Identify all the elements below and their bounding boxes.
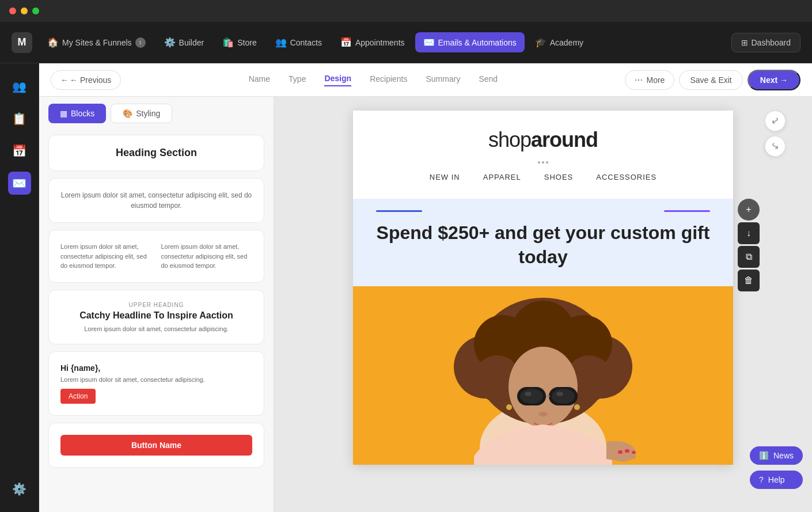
sidebar-calendar-icon[interactable]: 📅 (8, 139, 31, 162)
blocks-list: Heading Section Lorem ipsum dolor sit am… (39, 130, 274, 472)
tab-styling[interactable]: 🎨 Styling (111, 104, 172, 123)
svg-rect-25 (625, 449, 629, 453)
svg-point-17 (556, 392, 563, 396)
promo-section: Spend $250+ and get your custom gift tod… (353, 199, 733, 286)
promo-lines (376, 210, 710, 212)
nav-item-academy[interactable]: 🎓 Academy (527, 32, 591, 52)
promo-line-left (376, 210, 422, 212)
titlebar (0, 0, 812, 22)
float-add-btn[interactable]: + (738, 199, 760, 221)
block-button[interactable]: Button Name (48, 423, 264, 468)
step-design[interactable]: Design (324, 74, 351, 86)
svg-point-14 (520, 389, 543, 404)
promo-headline: Spend $250+ and get your custom gift tod… (376, 221, 710, 269)
sites-icon: 🏠 (47, 37, 59, 48)
previous-button[interactable]: ← ← Previous (51, 70, 121, 90)
help-button[interactable]: ? Help (750, 471, 803, 489)
svg-point-20 (574, 404, 580, 410)
nav-apparel: APPAREL (483, 173, 521, 181)
step-name[interactable]: Name (249, 74, 270, 86)
blocks-icon: ▦ (60, 109, 67, 118)
svg-point-18 (538, 412, 548, 416)
next-button[interactable]: Next → (748, 70, 800, 90)
nav-item-builder[interactable]: ⚙️ Builder (156, 32, 213, 52)
block-heading-section[interactable]: Heading Section (48, 135, 264, 171)
info-icon: ℹ️ (759, 451, 769, 460)
help-icon: ? (759, 475, 764, 484)
dashboard-icon: ⊞ (741, 38, 748, 47)
bottom-right-buttons: ℹ️ News ? Help (750, 446, 803, 489)
academy-icon: 🎓 (535, 37, 547, 48)
nav-item-emails[interactable]: ✉️ Emails & Automations (415, 32, 525, 52)
close-window-btn[interactable] (9, 7, 16, 14)
top-nav: M 🏠 My Sites & Funnels ↕ ⚙️ Builder 🛍️ S… (0, 22, 812, 63)
minimize-window-btn[interactable] (21, 7, 28, 14)
block-lorem-single[interactable]: Lorem ipsum dolor sit amet, consectetur … (48, 178, 264, 223)
undo-redo-controls: ↩ ↩ (765, 111, 786, 157)
promo-line-right (664, 210, 710, 212)
shop-logo: shoparound (488, 128, 598, 152)
block-personal-cta[interactable]: Hi {name}, Lorem ipsum dolor sit amet, c… (48, 351, 264, 416)
nav-shoes: SHOES (544, 173, 574, 181)
sidebar-settings-icon[interactable]: ⚙️ (8, 477, 31, 500)
nav-item-sites[interactable]: 🏠 My Sites & Funnels ↕ (39, 32, 154, 52)
block-catchy-headline[interactable]: UPPER HEADING Catchy Headline To Inspire… (48, 290, 264, 344)
float-copy-btn[interactable]: ⧉ (738, 246, 760, 268)
blocks-panel: ▦ Blocks 🎨 Styling Heading Section Lorem… (39, 97, 274, 512)
float-move-down-btn[interactable]: ↓ (738, 222, 760, 244)
email-header: shoparound NEW IN APPAREL SHOES ACCESSOR… (353, 111, 733, 199)
tab-blocks[interactable]: ▦ Blocks (48, 104, 106, 123)
sidebar-notes-icon[interactable]: 📋 (8, 107, 31, 130)
wizard-steps: Name Type Design Recipients Summary Send (126, 74, 620, 86)
float-toolbar: + ↓ ⧉ 🗑 (738, 199, 760, 291)
appointments-icon: 📅 (340, 37, 352, 48)
more-button[interactable]: ⋯ More (625, 70, 674, 90)
sites-badge: ↕ (135, 37, 146, 48)
sidebar-email-icon[interactable]: ✉️ (8, 172, 31, 195)
builder-icon: ⚙️ (164, 37, 176, 48)
wizard-toolbar: ← ← Previous Name Type Design Recipients… (39, 63, 812, 97)
model-svg (353, 286, 733, 465)
arrow-left-icon: ← (60, 75, 69, 85)
svg-point-16 (525, 392, 532, 396)
nav-new-in: NEW IN (430, 173, 460, 181)
block-two-col[interactable]: Lorem ipsum dolor sit amet, consectetur … (48, 230, 264, 283)
dashboard-button[interactable]: ⊞ Dashboard (731, 33, 801, 52)
step-summary[interactable]: Summary (426, 74, 461, 86)
email-nav-icon: ✉️ (423, 37, 435, 48)
svg-point-15 (552, 389, 575, 404)
nav-accessories: ACCESSORIES (596, 173, 657, 181)
panel-tabs: ▦ Blocks 🎨 Styling (39, 97, 274, 130)
step-recipients[interactable]: Recipients (370, 74, 407, 86)
email-container: shoparound NEW IN APPAREL SHOES ACCESSOR… (353, 111, 733, 465)
undo-button[interactable]: ↩ (761, 107, 789, 135)
nav-item-appointments[interactable]: 📅 Appointments (332, 32, 413, 52)
step-send[interactable]: Send (479, 74, 498, 86)
more-dots-icon: ⋯ (635, 75, 643, 85)
sidebar-contacts-icon[interactable]: 👥 (8, 75, 31, 98)
paint-icon: 🎨 (123, 109, 132, 118)
news-button[interactable]: ℹ️ News (750, 446, 803, 465)
image-section (353, 286, 733, 465)
store-icon: 🛍️ (222, 37, 234, 48)
two-col-layout: Lorem ipsum dolor sit amet, consectetur … (60, 242, 252, 271)
step-type[interactable]: Type (289, 74, 306, 86)
redo-button[interactable]: ↩ (761, 132, 789, 160)
maximize-window-btn[interactable] (32, 7, 39, 14)
left-sidebar: 👥 📋 📅 ✉️ ⚙️ (0, 63, 39, 512)
email-canvas: ↩ ↩ shoparound NEW IN APPAREL SHOES ACCE (274, 97, 812, 512)
email-nav: NEW IN APPAREL SHOES ACCESSORIES (430, 173, 657, 181)
nav-dots (538, 161, 548, 164)
nav-item-store[interactable]: 🛍️ Store (214, 32, 264, 52)
save-exit-button[interactable]: Save & Exit (679, 70, 742, 90)
cta-action-btn[interactable]: Action (60, 389, 96, 404)
svg-point-19 (506, 404, 512, 410)
brand-logo[interactable]: M (12, 32, 32, 53)
float-delete-btn[interactable]: 🗑 (738, 270, 760, 291)
main-content: ▦ Blocks 🎨 Styling Heading Section Lorem… (39, 97, 812, 512)
contacts-icon: 👥 (275, 37, 287, 48)
nav-item-contacts[interactable]: 👥 Contacts (267, 32, 330, 52)
